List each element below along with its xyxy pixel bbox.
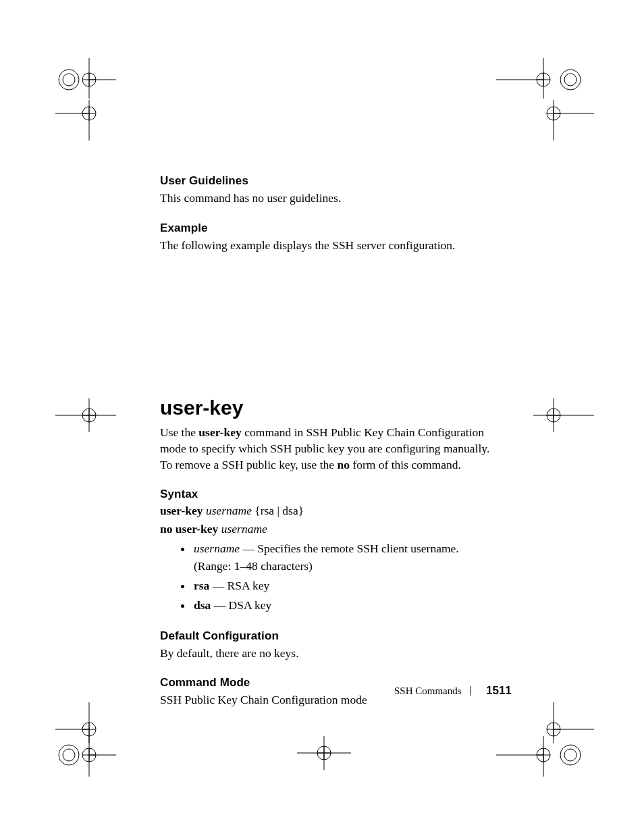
param-desc: RSA key xyxy=(227,579,270,592)
param-item: rsa — RSA key xyxy=(192,577,491,594)
heading-user-guidelines: User Guidelines xyxy=(160,174,491,188)
svg-point-61 xyxy=(560,745,581,765)
command-title: user-key xyxy=(160,396,491,419)
page-content: User Guidelines This command has no user… xyxy=(160,174,491,723)
registration-mark-icon xyxy=(55,100,116,140)
svg-point-17 xyxy=(560,70,581,90)
param-sep: — xyxy=(240,542,257,555)
heading-example: Example xyxy=(160,221,491,235)
param-sep: — xyxy=(211,598,228,612)
syntax-line-2: no user-key username xyxy=(160,522,491,536)
svg-point-62 xyxy=(564,749,576,761)
param-keyword: dsa xyxy=(194,598,211,612)
desc-part: form of this command. xyxy=(350,458,461,471)
body-user-guidelines: This command has no user guidelines. xyxy=(160,190,491,207)
syntax-keyword: user-key xyxy=(160,504,203,517)
svg-point-0 xyxy=(59,70,79,90)
syntax-rest: {rsa | dsa} xyxy=(252,504,304,517)
registration-mark-icon xyxy=(55,398,116,432)
footer-separator xyxy=(471,686,471,696)
desc-keyword: user-key xyxy=(198,425,242,439)
syntax-params-list: username — Specifies the remote SSH clie… xyxy=(160,540,491,615)
svg-point-39 xyxy=(59,745,79,765)
registration-mark-icon xyxy=(55,58,116,99)
syntax-line-1: user-key username {rsa | dsa} xyxy=(160,504,491,518)
svg-point-40 xyxy=(63,749,75,761)
footer-page-number: 1511 xyxy=(486,684,512,698)
param-keyword: rsa xyxy=(194,579,209,592)
body-default-config: By default, there are no keys. xyxy=(160,646,491,662)
registration-mark-icon xyxy=(496,58,591,99)
command-description: Use the user-key command in SSH Public K… xyxy=(160,425,491,473)
spacer xyxy=(160,268,491,396)
param-desc: DSA key xyxy=(229,598,272,612)
desc-keyword: no xyxy=(338,458,350,471)
registration-mark-icon xyxy=(55,736,116,777)
param-sep: — xyxy=(209,579,227,592)
svg-point-18 xyxy=(564,74,576,86)
footer-section-label: SSH Commands xyxy=(394,685,462,697)
registration-mark-icon xyxy=(533,100,594,140)
syntax-variable: username xyxy=(206,504,252,517)
param-item: username — Specifies the remote SSH clie… xyxy=(192,540,491,575)
param-item: dsa — DSA key xyxy=(192,597,491,614)
svg-point-1 xyxy=(63,74,75,86)
heading-syntax: Syntax xyxy=(160,488,491,501)
heading-default-config: Default Configuration xyxy=(160,629,491,643)
param-variable: username xyxy=(194,542,240,555)
body-example: The following example displays the SSH s… xyxy=(160,238,491,254)
registration-mark-icon xyxy=(297,736,351,770)
registration-mark-icon xyxy=(496,736,591,777)
desc-part: Use the xyxy=(160,425,198,439)
syntax-keyword: no user-key xyxy=(160,522,218,536)
syntax-variable: username xyxy=(221,522,267,536)
registration-mark-icon xyxy=(533,398,594,432)
